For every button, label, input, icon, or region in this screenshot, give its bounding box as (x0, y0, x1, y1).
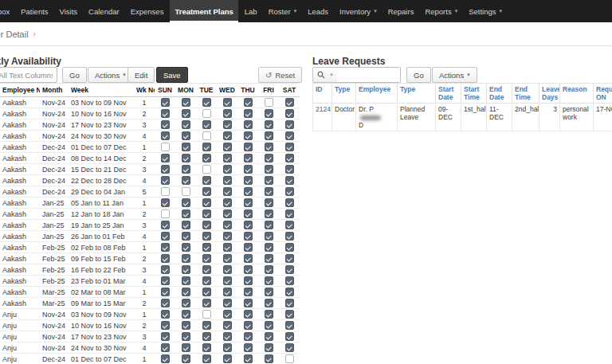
availability-checkbox[interactable] (182, 187, 190, 196)
column-header-start-time-5[interactable]: Start Time (461, 84, 487, 104)
availability-go-button[interactable]: Go (62, 67, 87, 83)
leave-requests-go-button[interactable]: Go (406, 67, 431, 83)
column-header-tue[interactable]: TUE (196, 84, 217, 97)
availability-checkbox[interactable] (182, 354, 190, 363)
availability-checkbox[interactable] (161, 243, 170, 252)
availability-checkbox[interactable] (265, 265, 273, 274)
column-header-type-3[interactable]: Type (398, 84, 436, 104)
availability-checkbox[interactable] (285, 332, 294, 341)
availability-checkbox[interactable] (161, 254, 170, 263)
availability-checkbox[interactable] (202, 321, 211, 330)
availability-checkbox[interactable] (223, 332, 232, 341)
availability-checkbox[interactable] (202, 243, 211, 252)
column-header-thu[interactable]: THU (237, 84, 258, 97)
availability-checkbox[interactable] (182, 109, 190, 118)
availability-checkbox[interactable] (285, 343, 294, 352)
availability-checkbox[interactable] (265, 310, 273, 319)
column-header-end-time-7[interactable]: End Time (512, 84, 539, 104)
availability-checkbox[interactable] (161, 209, 170, 218)
availability-checkbox[interactable] (161, 198, 170, 207)
availability-checkbox[interactable] (161, 154, 170, 162)
availability-checkbox[interactable] (244, 343, 253, 352)
availability-checkbox[interactable] (244, 209, 253, 218)
availability-checkbox[interactable] (265, 332, 273, 341)
availability-checkbox[interactable] (285, 209, 294, 218)
availability-checkbox[interactable] (244, 109, 253, 118)
column-header-mon[interactable]: MON (175, 84, 196, 97)
availability-checkbox[interactable] (244, 232, 253, 241)
availability-checkbox[interactable] (285, 243, 294, 252)
availability-checkbox[interactable] (265, 109, 273, 118)
availability-checkbox[interactable] (285, 198, 294, 207)
availability-checkbox[interactable] (182, 321, 190, 330)
availability-checkbox[interactable] (265, 143, 273, 151)
nav-item-lab[interactable]: Lab (240, 0, 262, 22)
availability-checkbox[interactable] (223, 98, 232, 107)
availability-checkbox[interactable] (265, 254, 273, 263)
availability-checkbox[interactable] (223, 120, 232, 129)
availability-checkbox[interactable] (285, 354, 294, 363)
column-header-sat[interactable]: SAT (279, 84, 300, 97)
nav-item-patients[interactable]: Patients (16, 0, 53, 22)
availability-checkbox[interactable] (182, 154, 190, 162)
availability-checkbox[interactable] (182, 165, 190, 174)
availability-checkbox[interactable] (223, 143, 232, 151)
availability-checkbox[interactable] (182, 221, 190, 229)
availability-checkbox[interactable] (161, 310, 170, 319)
leave-requests-search-input[interactable] (337, 67, 401, 83)
availability-checkbox[interactable] (182, 176, 190, 185)
column-header-wk-no[interactable]: Wk No (134, 84, 155, 97)
availability-actions-button[interactable]: Actions ▾ (88, 67, 133, 83)
availability-checkbox[interactable] (182, 343, 190, 352)
availability-checkbox[interactable] (285, 321, 294, 330)
availability-checkbox[interactable] (161, 109, 170, 118)
availability-checkbox[interactable] (244, 221, 253, 229)
availability-checkbox[interactable] (244, 243, 253, 252)
availability-checkbox[interactable] (202, 131, 211, 140)
availability-search-input[interactable] (0, 67, 57, 83)
availability-checkbox[interactable] (182, 243, 190, 252)
availability-checkbox[interactable] (265, 299, 273, 307)
availability-checkbox[interactable] (202, 120, 211, 129)
availability-checkbox[interactable] (202, 165, 211, 174)
availability-checkbox[interactable] (265, 221, 273, 229)
availability-checkbox[interactable] (265, 198, 273, 207)
availability-checkbox[interactable] (161, 187, 170, 196)
availability-checkbox[interactable] (161, 299, 170, 307)
availability-checkbox[interactable] (202, 265, 211, 274)
availability-checkbox[interactable] (182, 265, 190, 274)
availability-checkbox[interactable] (223, 198, 232, 207)
availability-checkbox[interactable] (161, 98, 170, 107)
availability-checkbox[interactable] (285, 187, 294, 196)
availability-checkbox[interactable] (182, 120, 190, 129)
availability-checkbox[interactable] (285, 165, 294, 174)
availability-checkbox[interactable] (244, 299, 253, 307)
availability-checkbox[interactable] (182, 310, 190, 319)
availability-checkbox[interactable] (161, 288, 170, 296)
availability-checkbox[interactable] (244, 198, 253, 207)
availability-checkbox[interactable] (223, 343, 232, 352)
availability-checkbox[interactable] (244, 354, 253, 363)
availability-checkbox[interactable] (265, 321, 273, 330)
availability-checkbox[interactable] (182, 276, 190, 285)
availability-checkbox[interactable] (223, 276, 232, 285)
nav-item-expenses[interactable]: Expenses (126, 0, 169, 22)
availability-checkbox[interactable] (223, 109, 232, 118)
column-header-employee-name[interactable]: Employee Name (0, 84, 40, 97)
availability-checkbox[interactable] (202, 276, 211, 285)
column-header-fri[interactable]: FRI (258, 84, 279, 97)
availability-checkbox[interactable] (244, 187, 253, 196)
availability-checkbox[interactable] (202, 98, 211, 107)
availability-checkbox[interactable] (202, 254, 211, 263)
availability-checkbox[interactable] (202, 310, 211, 319)
availability-checkbox[interactable] (161, 176, 170, 185)
column-header-reason-9[interactable]: Reason (560, 84, 594, 104)
availability-checkbox[interactable] (244, 131, 253, 140)
availability-checkbox[interactable] (244, 310, 253, 319)
nav-item-leads[interactable]: Leads (303, 0, 333, 22)
availability-checkbox[interactable] (285, 120, 294, 129)
availability-checkbox[interactable] (285, 265, 294, 274)
availability-checkbox[interactable] (244, 165, 253, 174)
availability-checkbox[interactable] (223, 354, 232, 363)
column-header-leave-days-8[interactable]: Leave Days (539, 84, 560, 104)
